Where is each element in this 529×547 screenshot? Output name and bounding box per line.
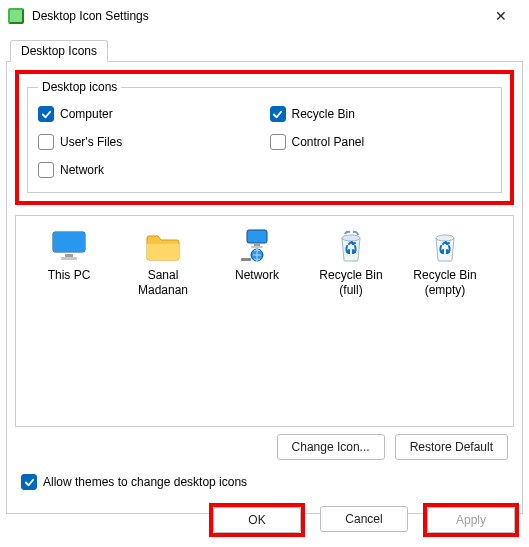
svg-rect-4 <box>247 230 267 243</box>
preview-label: This PC <box>22 268 116 283</box>
icon-preview-area: This PC Sanal Madanan <box>15 215 514 427</box>
preview-label2: (empty) <box>398 283 492 298</box>
checkbox-control-panel[interactable]: Control Panel <box>270 134 492 150</box>
tab-label: Desktop Icons <box>21 44 97 58</box>
preview-label: Network <box>210 268 304 283</box>
desktop-icons-legend: Desktop icons <box>38 80 121 94</box>
titlebar: Desktop Icon Settings ✕ <box>0 0 529 32</box>
svg-point-10 <box>436 235 454 241</box>
allow-themes-checkbox[interactable]: Allow themes to change desktop icons <box>21 474 247 490</box>
network-icon <box>210 226 304 262</box>
tab-desktop-icons[interactable]: Desktop Icons <box>10 40 108 62</box>
svg-point-9 <box>342 235 360 241</box>
checkbox-box <box>38 106 54 122</box>
checkbox-box <box>38 162 54 178</box>
icon-action-buttons: Change Icon... Restore Default <box>277 434 508 460</box>
highlight-desktop-icons-group: Desktop icons Computer Recycle Bin <box>15 70 514 205</box>
checkbox-label: Network <box>60 163 104 177</box>
apply-button[interactable]: Apply <box>427 507 515 533</box>
checkbox-computer[interactable]: Computer <box>38 106 260 122</box>
checkbox-box <box>38 134 54 150</box>
cancel-slot: Cancel <box>317 503 411 537</box>
checkbox-users-files[interactable]: User's Files <box>38 134 260 150</box>
svg-rect-6 <box>251 246 263 248</box>
preview-label: Recycle Bin <box>398 268 492 283</box>
checkbox-network[interactable]: Network <box>38 162 260 178</box>
preview-item-network[interactable]: Network <box>210 226 304 283</box>
svg-rect-5 <box>254 244 260 246</box>
close-button[interactable]: ✕ <box>481 2 521 30</box>
svg-rect-3 <box>61 257 77 260</box>
checkbox-label: Recycle Bin <box>292 107 355 121</box>
allow-themes-label: Allow themes to change desktop icons <box>43 475 247 489</box>
dialog-buttons: OK Cancel Apply <box>209 503 519 537</box>
preview-label: Recycle Bin <box>304 268 398 283</box>
checkbox-box <box>21 474 37 490</box>
preview-label: Sanal <box>116 268 210 283</box>
preview-item-recycle-bin-full[interactable]: Recycle Bin (full) <box>304 226 398 298</box>
svg-rect-1 <box>53 232 85 252</box>
preview-label2: (full) <box>304 283 398 298</box>
highlight-ok-button: OK <box>209 503 305 537</box>
checkbox-label: User's Files <box>60 135 122 149</box>
folder-icon <box>116 226 210 262</box>
preview-item-recycle-bin-empty[interactable]: Recycle Bin (empty) <box>398 226 492 298</box>
checkbox-label: Control Panel <box>292 135 365 149</box>
svg-rect-8 <box>241 258 251 261</box>
recycle-bin-empty-icon <box>398 226 492 262</box>
checkbox-recycle-bin[interactable]: Recycle Bin <box>270 106 492 122</box>
monitor-icon <box>22 226 116 262</box>
recycle-bin-full-icon <box>304 226 398 262</box>
tabstrip: Desktop Icons <box>6 38 523 62</box>
preview-item-this-pc[interactable]: This PC <box>22 226 116 283</box>
window-sysicon <box>8 8 24 24</box>
cancel-button[interactable]: Cancel <box>320 506 408 532</box>
restore-default-button[interactable]: Restore Default <box>395 434 508 460</box>
ok-button[interactable]: OK <box>213 507 301 533</box>
highlight-apply-button: Apply <box>423 503 519 537</box>
preview-item-user-folder[interactable]: Sanal Madanan <box>116 226 210 298</box>
preview-label2: Madanan <box>116 283 210 298</box>
svg-rect-2 <box>65 254 73 257</box>
checkbox-box <box>270 106 286 122</box>
checkbox-label: Computer <box>60 107 113 121</box>
desktop-icons-group: Desktop icons Computer Recycle Bin <box>27 80 502 193</box>
close-icon: ✕ <box>495 8 507 24</box>
checkbox-box <box>270 134 286 150</box>
change-icon-button[interactable]: Change Icon... <box>277 434 385 460</box>
window-title: Desktop Icon Settings <box>32 9 481 23</box>
tab-panel: Desktop icons Computer Recycle Bin <box>6 62 523 514</box>
